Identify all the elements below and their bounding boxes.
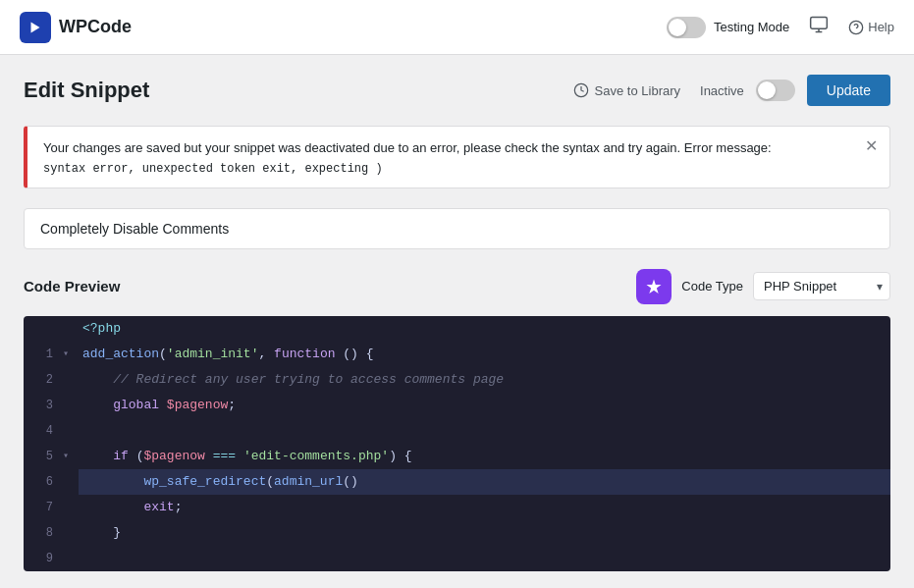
error-close-button[interactable]: ✕ (865, 138, 878, 154)
help-button[interactable]: Help (848, 20, 894, 35)
code-line: 8 } (24, 520, 890, 546)
testing-mode-toggle[interactable] (667, 17, 706, 38)
help-label: Help (868, 20, 894, 34)
code-line: 7 exit; (24, 495, 890, 520)
monitor-icon[interactable] (809, 15, 829, 39)
testing-mode-label: Testing Mode (714, 20, 789, 34)
code-preview-header: Code Preview Code Type PHP Snippet HTML … (24, 269, 890, 304)
page-header: Edit Snippet Save to Library Inactive Up… (24, 75, 890, 106)
code-line: <?php (24, 316, 890, 342)
code-line: 6 wp_safe_redirect(admin_url() (24, 469, 890, 495)
code-type-label: Code Type (681, 279, 743, 294)
ai-icon-button[interactable] (636, 269, 672, 304)
code-line: 4 (24, 418, 890, 444)
error-notice-code: syntax error, unexpected token exit, exp… (43, 162, 850, 176)
topbar-left: WPCode (20, 12, 132, 43)
code-line: 3 global $pagenow; (24, 393, 890, 418)
error-notice: Your changes are saved but your snippet … (24, 126, 890, 188)
code-type-select[interactable]: PHP Snippet HTML Snippet CSS Snippet JS … (753, 272, 890, 300)
page-title: Edit Snippet (24, 78, 149, 103)
code-line: 9 (24, 546, 890, 571)
testing-mode-group: Testing Mode (667, 17, 789, 38)
svg-rect-0 (811, 18, 828, 29)
topbar: WPCode Testing Mode Help (0, 0, 914, 55)
error-notice-message: Your changes are saved but your snippet … (43, 138, 850, 158)
page-actions: Save to Library Inactive Update (565, 75, 890, 106)
code-preview-title: Code Preview (24, 278, 120, 294)
code-line: 1 ▾ add_action('admin_init', function ()… (24, 342, 890, 367)
code-editor[interactable]: <?php 1 ▾ add_action('admin_init', funct… (24, 316, 890, 571)
snippet-title-input[interactable] (24, 208, 890, 249)
code-type-group: Code Type PHP Snippet HTML Snippet CSS S… (636, 269, 890, 304)
active-toggle[interactable] (756, 80, 795, 101)
page-content: Edit Snippet Save to Library Inactive Up… (0, 55, 914, 588)
inactive-label: Inactive (700, 83, 744, 98)
update-button[interactable]: Update (807, 75, 890, 106)
code-type-select-wrapper: PHP Snippet HTML Snippet CSS Snippet JS … (753, 272, 890, 300)
logo-icon[interactable] (20, 12, 51, 43)
code-lines: <?php 1 ▾ add_action('admin_init', funct… (24, 316, 890, 571)
code-line: 5 ▾ if ($pagenow === 'edit-comments.php'… (24, 444, 890, 469)
topbar-right: Testing Mode Help (667, 15, 894, 39)
save-to-library-button[interactable]: Save to Library (565, 79, 688, 102)
app-name: WPCode (59, 17, 132, 37)
code-line: 2 // Redirect any user trying to access … (24, 367, 890, 393)
save-library-label: Save to Library (595, 83, 680, 98)
